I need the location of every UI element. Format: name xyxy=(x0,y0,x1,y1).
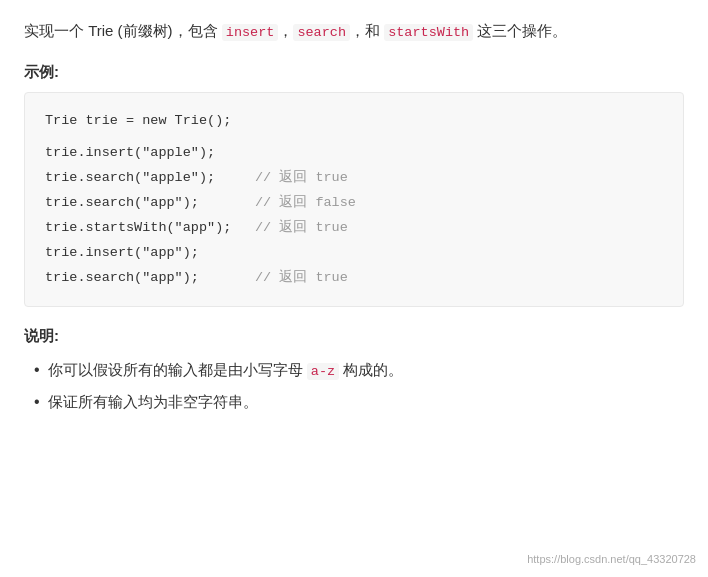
notes-item-2: • 保证所有输入均为非空字符串。 xyxy=(34,388,684,416)
bullet-1: • xyxy=(34,356,40,384)
code-text-6: trie.insert("app"); xyxy=(45,241,255,266)
code-line-3: trie.search("apple"); // 返回 true xyxy=(45,166,663,191)
code-line-7: trie.search("app"); // 返回 true xyxy=(45,266,663,291)
intro-text-before: 实现一个 Trie (前缀树)，包含 xyxy=(24,22,222,39)
code-text-4: trie.search("app"); xyxy=(45,191,255,216)
bullet-2: • xyxy=(34,388,40,416)
intro-paragraph: 实现一个 Trie (前缀树)，包含 insert，search，和 start… xyxy=(24,18,684,45)
notes-section: 说明: • 你可以假设所有的输入都是由小写字母 a-z 构成的。 • 保证所有输… xyxy=(24,327,684,416)
intro-op2: search xyxy=(293,24,350,41)
example-title: 示例: xyxy=(24,63,684,82)
code-line-6: trie.insert("app"); xyxy=(45,241,663,266)
code-line-2: trie.insert("apple"); xyxy=(45,141,663,166)
code-line-4: trie.search("app"); // 返回 false xyxy=(45,191,663,216)
intro-op1: insert xyxy=(222,24,279,41)
code-blank-1 xyxy=(45,134,663,141)
intro-text-mid2: ，和 xyxy=(350,22,384,39)
code-comment-5: // 返回 true xyxy=(255,216,348,241)
code-line-1: Trie trie = new Trie(); xyxy=(45,109,663,134)
notes-item-1-code: a-z xyxy=(307,363,339,380)
notes-item-2-text: 保证所有输入均为非空字符串。 xyxy=(48,389,258,415)
code-comment-4: // 返回 false xyxy=(255,191,356,216)
code-text-5: trie.startsWith("app"); xyxy=(45,216,255,241)
notes-list: • 你可以假设所有的输入都是由小写字母 a-z 构成的。 • 保证所有输入均为非… xyxy=(24,356,684,416)
notes-item-1-text: 你可以假设所有的输入都是由小写字母 a-z 构成的。 xyxy=(48,357,404,384)
code-text-1: Trie trie = new Trie(); xyxy=(45,109,255,134)
notes-title: 说明: xyxy=(24,327,684,346)
code-text-3: trie.search("apple"); xyxy=(45,166,255,191)
notes-item-1-before: 你可以假设所有的输入都是由小写字母 xyxy=(48,361,307,378)
code-text-7: trie.search("app"); xyxy=(45,266,255,291)
notes-item-1-after: 构成的。 xyxy=(339,361,403,378)
intro-op3: startsWith xyxy=(384,24,473,41)
code-text-2: trie.insert("apple"); xyxy=(45,141,255,166)
example-section: 示例: Trie trie = new Trie(); trie.insert(… xyxy=(24,63,684,308)
intro-text-after: 这三个操作。 xyxy=(473,22,567,39)
watermark: https://blog.csdn.net/qq_43320728 xyxy=(527,553,696,565)
code-line-5: trie.startsWith("app"); // 返回 true xyxy=(45,216,663,241)
intro-text-mid1: ， xyxy=(278,22,293,39)
code-comment-3: // 返回 true xyxy=(255,166,348,191)
code-comment-7: // 返回 true xyxy=(255,266,348,291)
code-block: Trie trie = new Trie(); trie.insert("app… xyxy=(24,92,684,308)
notes-item-1: • 你可以假设所有的输入都是由小写字母 a-z 构成的。 xyxy=(34,356,684,384)
